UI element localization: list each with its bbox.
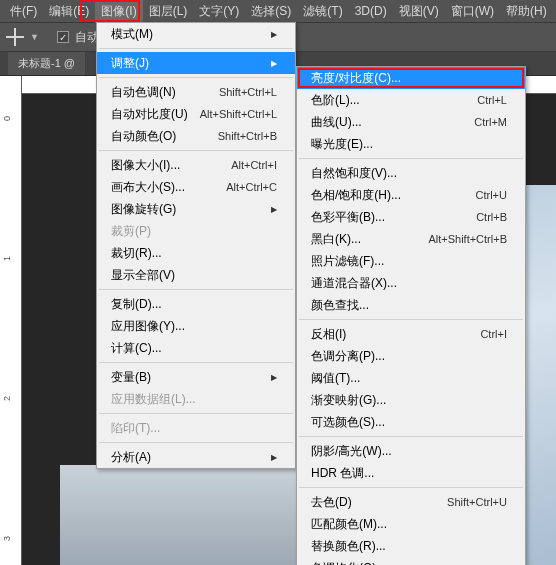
menu-item: 裁剪(P)	[97, 220, 295, 242]
menu-item-label: 色彩平衡(B)...	[311, 209, 476, 226]
menu-item-label: 模式(M)	[111, 26, 265, 43]
menu-item-shortcut: Ctrl+L	[477, 94, 507, 106]
menu-item-label: 陷印(T)...	[111, 420, 277, 437]
menu-separator	[99, 362, 293, 363]
menu-item[interactable]: 渐变映射(G)...	[297, 389, 525, 411]
menu-item[interactable]: 色调均化(Q)	[297, 557, 525, 565]
menu-separator	[99, 48, 293, 49]
menu-item[interactable]: 曝光度(E)...	[297, 133, 525, 155]
menu-item[interactable]: 模式(M)	[97, 23, 295, 45]
menu-10[interactable]: 帮助(H)	[500, 0, 553, 23]
menu-item-label: 色调分离(P)...	[311, 348, 507, 365]
menu-item-label: 显示全部(V)	[111, 267, 277, 284]
menu-item[interactable]: 图像旋转(G)	[97, 198, 295, 220]
menu-item[interactable]: 阴影/高光(W)...	[297, 440, 525, 462]
menu-item-label: 画布大小(S)...	[111, 179, 226, 196]
menu-item[interactable]: 裁切(R)...	[97, 242, 295, 264]
menu-item-label: 图像大小(I)...	[111, 157, 231, 174]
menu-item[interactable]: 复制(D)...	[97, 293, 295, 315]
menu-separator	[299, 487, 523, 488]
menu-item[interactable]: 照片滤镜(F)...	[297, 250, 525, 272]
menu-8[interactable]: 视图(V)	[393, 0, 445, 23]
menu-item-label: 亮度/对比度(C)...	[311, 70, 507, 87]
menu-item-label: 色阶(L)...	[311, 92, 477, 109]
menu-item-label: 复制(D)...	[111, 296, 277, 313]
menu-item[interactable]: 可选颜色(S)...	[297, 411, 525, 433]
menubar: 件(F)编辑(E)图像(I)图层(L)文字(Y)选择(S)滤镜(T)3D(D)视…	[0, 0, 556, 22]
menu-item-label: 应用数据组(L)...	[111, 391, 277, 408]
ruler-tick: 1	[2, 256, 12, 261]
menu-item[interactable]: 黑白(K)...Alt+Shift+Ctrl+B	[297, 228, 525, 250]
menu-item-shortcut: Ctrl+B	[476, 211, 507, 223]
menu-separator	[299, 158, 523, 159]
menu-item[interactable]: HDR 色调...	[297, 462, 525, 484]
menu-item-shortcut: Ctrl+U	[476, 189, 507, 201]
menu-item[interactable]: 色相/饱和度(H)...Ctrl+U	[297, 184, 525, 206]
menu-item-label: 曲线(U)...	[311, 114, 474, 131]
menu-separator	[299, 436, 523, 437]
menu-item[interactable]: 自动色调(N)Shift+Ctrl+L	[97, 81, 295, 103]
menu-item[interactable]: 颜色查找...	[297, 294, 525, 316]
menu-item-label: 匹配颜色(M)...	[311, 516, 507, 533]
menu-0[interactable]: 件(F)	[4, 0, 43, 23]
menu-4[interactable]: 文字(Y)	[193, 0, 245, 23]
menu-item-label: 通道混合器(X)...	[311, 275, 507, 292]
menu-3[interactable]: 图层(L)	[143, 0, 194, 23]
menu-item[interactable]: 反相(I)Ctrl+I	[297, 323, 525, 345]
menu-item[interactable]: 去色(D)Shift+Ctrl+U	[297, 491, 525, 513]
menu-item-label: 计算(C)...	[111, 340, 277, 357]
menu-item[interactable]: 调整(J)	[97, 52, 295, 74]
menu-1[interactable]: 编辑(E)	[43, 0, 95, 23]
menu-item-shortcut: Shift+Ctrl+U	[447, 496, 507, 508]
menu-item-label: 裁切(R)...	[111, 245, 277, 262]
menu-2[interactable]: 图像(I)	[95, 0, 142, 23]
menu-item: 应用数据组(L)...	[97, 388, 295, 410]
menu-item-label: 变量(B)	[111, 369, 265, 386]
menu-6[interactable]: 滤镜(T)	[297, 0, 348, 23]
menu-item[interactable]: 色彩平衡(B)...Ctrl+B	[297, 206, 525, 228]
menu-7[interactable]: 3D(D)	[349, 1, 393, 21]
ruler-tick: 3	[2, 536, 12, 541]
menu-item[interactable]: 自动颜色(O)Shift+Ctrl+B	[97, 125, 295, 147]
menu-item-label: 调整(J)	[111, 55, 265, 72]
menu-item-label: 裁剪(P)	[111, 223, 277, 240]
menu-item[interactable]: 显示全部(V)	[97, 264, 295, 286]
document-tab[interactable]: 未标题-1 @	[8, 52, 85, 75]
menu-9[interactable]: 窗口(W)	[445, 0, 500, 23]
menu-item[interactable]: 替换颜色(R)...	[297, 535, 525, 557]
menu-separator	[99, 442, 293, 443]
menu-item[interactable]: 计算(C)...	[97, 337, 295, 359]
menu-item[interactable]: 色阶(L)...Ctrl+L	[297, 89, 525, 111]
menu-item-label: 自动颜色(O)	[111, 128, 218, 145]
menu-item[interactable]: 色调分离(P)...	[297, 345, 525, 367]
auto-select-checkbox[interactable]: ✓	[57, 31, 69, 43]
menu-separator	[99, 150, 293, 151]
menu-item-label: 可选颜色(S)...	[311, 414, 507, 431]
menu-item[interactable]: 应用图像(Y)...	[97, 315, 295, 337]
menu-item[interactable]: 通道混合器(X)...	[297, 272, 525, 294]
ruler-vertical: 0123	[0, 76, 22, 565]
menu-item[interactable]: 自动对比度(U)Alt+Shift+Ctrl+L	[97, 103, 295, 125]
menu-item-label: 色相/饱和度(H)...	[311, 187, 476, 204]
menu-separator	[99, 77, 293, 78]
menu-item[interactable]: 图像大小(I)...Alt+Ctrl+I	[97, 154, 295, 176]
menu-item-label: 阴影/高光(W)...	[311, 443, 507, 460]
menu-item[interactable]: 变量(B)	[97, 366, 295, 388]
menu-item[interactable]: 匹配颜色(M)...	[297, 513, 525, 535]
move-tool-icon[interactable]	[6, 28, 24, 46]
menu-item-label: 阈值(T)...	[311, 370, 507, 387]
ruler-tick: 2	[2, 396, 12, 401]
menu-item-label: 黑白(K)...	[311, 231, 428, 248]
menu-item[interactable]: 画布大小(S)...Alt+Ctrl+C	[97, 176, 295, 198]
menu-item-label: 自动色调(N)	[111, 84, 219, 101]
chevron-down-icon[interactable]: ▼	[30, 32, 39, 42]
menu-item-shortcut: Alt+Ctrl+C	[226, 181, 277, 193]
menu-item-label: 曝光度(E)...	[311, 136, 507, 153]
menu-5[interactable]: 选择(S)	[245, 0, 297, 23]
menu-item[interactable]: 亮度/对比度(C)...	[297, 67, 525, 89]
menu-item[interactable]: 分析(A)	[97, 446, 295, 468]
image-menu-dropdown: 模式(M)调整(J)自动色调(N)Shift+Ctrl+L自动对比度(U)Alt…	[96, 22, 296, 469]
menu-item[interactable]: 自然饱和度(V)...	[297, 162, 525, 184]
menu-item[interactable]: 阈值(T)...	[297, 367, 525, 389]
menu-item[interactable]: 曲线(U)...Ctrl+M	[297, 111, 525, 133]
